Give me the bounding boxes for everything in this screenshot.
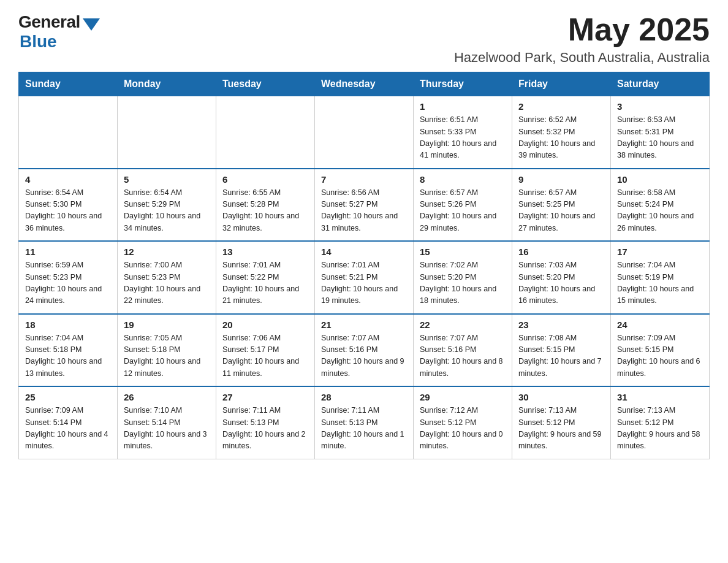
day-info: Sunrise: 7:04 AM Sunset: 5:18 PM Dayligh… [25, 332, 111, 380]
calendar-day-cell: 13Sunrise: 7:01 AM Sunset: 5:22 PM Dayli… [216, 241, 315, 314]
day-number: 25 [25, 392, 111, 402]
day-info: Sunrise: 7:13 AM Sunset: 5:12 PM Dayligh… [518, 405, 604, 453]
header-right: May 2025 Hazelwood Park, South Australia… [454, 12, 710, 66]
calendar-day-header: Saturday [611, 72, 710, 96]
calendar-day-cell: 2Sunrise: 6:52 AM Sunset: 5:32 PM Daylig… [512, 96, 611, 169]
day-number: 16 [518, 247, 604, 257]
day-info: Sunrise: 7:12 AM Sunset: 5:12 PM Dayligh… [420, 405, 506, 453]
day-number: 1 [420, 101, 506, 112]
day-info: Sunrise: 7:11 AM Sunset: 5:13 PM Dayligh… [321, 405, 407, 453]
day-number: 24 [617, 320, 703, 330]
day-info: Sunrise: 7:05 AM Sunset: 5:18 PM Dayligh… [124, 332, 210, 380]
day-number: 22 [420, 320, 506, 330]
day-info: Sunrise: 7:06 AM Sunset: 5:17 PM Dayligh… [222, 332, 308, 380]
calendar-day-cell: 11Sunrise: 6:59 AM Sunset: 5:23 PM Dayli… [19, 241, 118, 314]
calendar-day-cell [315, 96, 414, 169]
day-number: 12 [124, 247, 210, 257]
calendar-day-cell [19, 96, 118, 169]
calendar-day-cell: 17Sunrise: 7:04 AM Sunset: 5:19 PM Dayli… [611, 241, 710, 314]
day-number: 5 [124, 174, 210, 185]
day-number: 6 [222, 174, 308, 185]
calendar-day-cell: 26Sunrise: 7:10 AM Sunset: 5:14 PM Dayli… [118, 386, 216, 459]
calendar-day-cell: 3Sunrise: 6:53 AM Sunset: 5:31 PM Daylig… [611, 96, 710, 169]
calendar-table: SundayMondayTuesdayWednesdayThursdayFrid… [18, 72, 710, 459]
calendar-day-cell: 24Sunrise: 7:09 AM Sunset: 5:15 PM Dayli… [611, 314, 710, 387]
calendar-day-cell: 29Sunrise: 7:12 AM Sunset: 5:12 PM Dayli… [414, 386, 512, 459]
day-number: 7 [321, 174, 407, 185]
day-info: Sunrise: 6:53 AM Sunset: 5:31 PM Dayligh… [617, 114, 703, 162]
calendar-day-cell: 30Sunrise: 7:13 AM Sunset: 5:12 PM Dayli… [512, 386, 611, 459]
day-number: 4 [25, 174, 111, 185]
day-info: Sunrise: 7:10 AM Sunset: 5:14 PM Dayligh… [124, 405, 210, 453]
location-subtitle: Hazelwood Park, South Australia, Austral… [454, 50, 710, 66]
day-info: Sunrise: 6:58 AM Sunset: 5:24 PM Dayligh… [617, 187, 703, 235]
calendar-day-cell: 28Sunrise: 7:11 AM Sunset: 5:13 PM Dayli… [315, 386, 414, 459]
day-info: Sunrise: 7:00 AM Sunset: 5:23 PM Dayligh… [124, 259, 210, 307]
page-header: General Blue May 2025 Hazelwood Park, So… [18, 12, 710, 66]
day-number: 13 [222, 247, 308, 257]
calendar-day-cell: 20Sunrise: 7:06 AM Sunset: 5:17 PM Dayli… [216, 314, 315, 387]
day-info: Sunrise: 7:13 AM Sunset: 5:12 PM Dayligh… [617, 405, 703, 453]
day-info: Sunrise: 7:08 AM Sunset: 5:15 PM Dayligh… [518, 332, 604, 380]
day-info: Sunrise: 6:57 AM Sunset: 5:25 PM Dayligh… [518, 187, 604, 235]
day-info: Sunrise: 7:02 AM Sunset: 5:20 PM Dayligh… [420, 259, 506, 307]
day-info: Sunrise: 6:55 AM Sunset: 5:28 PM Dayligh… [222, 187, 308, 235]
day-number: 10 [617, 174, 703, 185]
day-info: Sunrise: 7:09 AM Sunset: 5:14 PM Dayligh… [25, 405, 111, 453]
day-number: 14 [321, 247, 407, 257]
calendar-day-header: Friday [512, 72, 611, 96]
calendar-week-row: 1Sunrise: 6:51 AM Sunset: 5:33 PM Daylig… [19, 96, 710, 169]
calendar-day-cell: 4Sunrise: 6:54 AM Sunset: 5:30 PM Daylig… [19, 169, 118, 242]
day-info: Sunrise: 6:54 AM Sunset: 5:30 PM Dayligh… [25, 187, 111, 235]
calendar-day-cell [216, 96, 315, 169]
day-info: Sunrise: 7:03 AM Sunset: 5:20 PM Dayligh… [518, 259, 604, 307]
day-number: 15 [420, 247, 506, 257]
day-number: 17 [617, 247, 703, 257]
month-year-title: May 2025 [454, 12, 710, 47]
calendar-week-row: 11Sunrise: 6:59 AM Sunset: 5:23 PM Dayli… [19, 241, 710, 314]
calendar-day-cell: 1Sunrise: 6:51 AM Sunset: 5:33 PM Daylig… [414, 96, 512, 169]
day-number: 2 [518, 101, 604, 112]
day-number: 26 [124, 392, 210, 402]
calendar-day-header: Tuesday [216, 72, 315, 96]
day-number: 31 [617, 392, 703, 402]
calendar-day-cell: 19Sunrise: 7:05 AM Sunset: 5:18 PM Dayli… [118, 314, 216, 387]
calendar-day-cell: 8Sunrise: 6:57 AM Sunset: 5:26 PM Daylig… [414, 169, 512, 242]
calendar-day-cell: 6Sunrise: 6:55 AM Sunset: 5:28 PM Daylig… [216, 169, 315, 242]
day-number: 9 [518, 174, 604, 185]
day-number: 23 [518, 320, 604, 330]
day-info: Sunrise: 7:11 AM Sunset: 5:13 PM Dayligh… [222, 405, 308, 453]
day-info: Sunrise: 7:07 AM Sunset: 5:16 PM Dayligh… [420, 332, 506, 380]
day-number: 30 [518, 392, 604, 402]
calendar-day-cell: 16Sunrise: 7:03 AM Sunset: 5:20 PM Dayli… [512, 241, 611, 314]
day-number: 28 [321, 392, 407, 402]
calendar-day-cell: 21Sunrise: 7:07 AM Sunset: 5:16 PM Dayli… [315, 314, 414, 387]
calendar-day-cell: 9Sunrise: 6:57 AM Sunset: 5:25 PM Daylig… [512, 169, 611, 242]
calendar-day-cell: 18Sunrise: 7:04 AM Sunset: 5:18 PM Dayli… [19, 314, 118, 387]
calendar-day-header: Monday [118, 72, 216, 96]
calendar-day-cell: 12Sunrise: 7:00 AM Sunset: 5:23 PM Dayli… [118, 241, 216, 314]
day-info: Sunrise: 6:51 AM Sunset: 5:33 PM Dayligh… [420, 114, 506, 162]
day-number: 29 [420, 392, 506, 402]
day-info: Sunrise: 6:52 AM Sunset: 5:32 PM Dayligh… [518, 114, 604, 162]
calendar-day-cell: 10Sunrise: 6:58 AM Sunset: 5:24 PM Dayli… [611, 169, 710, 242]
day-number: 27 [222, 392, 308, 402]
calendar-day-cell: 22Sunrise: 7:07 AM Sunset: 5:16 PM Dayli… [414, 314, 512, 387]
calendar-day-cell: 14Sunrise: 7:01 AM Sunset: 5:21 PM Dayli… [315, 241, 414, 314]
logo-triangle-icon [83, 18, 100, 31]
calendar-week-row: 18Sunrise: 7:04 AM Sunset: 5:18 PM Dayli… [19, 314, 710, 387]
calendar-day-cell: 7Sunrise: 6:56 AM Sunset: 5:27 PM Daylig… [315, 169, 414, 242]
calendar-day-cell: 5Sunrise: 6:54 AM Sunset: 5:29 PM Daylig… [118, 169, 216, 242]
day-info: Sunrise: 7:09 AM Sunset: 5:15 PM Dayligh… [617, 332, 703, 380]
day-number: 8 [420, 174, 506, 185]
calendar-day-cell: 31Sunrise: 7:13 AM Sunset: 5:12 PM Dayli… [611, 386, 710, 459]
day-number: 21 [321, 320, 407, 330]
day-number: 18 [25, 320, 111, 330]
day-number: 3 [617, 101, 703, 112]
calendar-day-cell [118, 96, 216, 169]
day-info: Sunrise: 7:01 AM Sunset: 5:21 PM Dayligh… [321, 259, 407, 307]
logo-general-text: General [18, 12, 80, 32]
calendar-day-cell: 25Sunrise: 7:09 AM Sunset: 5:14 PM Dayli… [19, 386, 118, 459]
calendar-day-cell: 15Sunrise: 7:02 AM Sunset: 5:20 PM Dayli… [414, 241, 512, 314]
calendar-day-header: Sunday [19, 72, 118, 96]
